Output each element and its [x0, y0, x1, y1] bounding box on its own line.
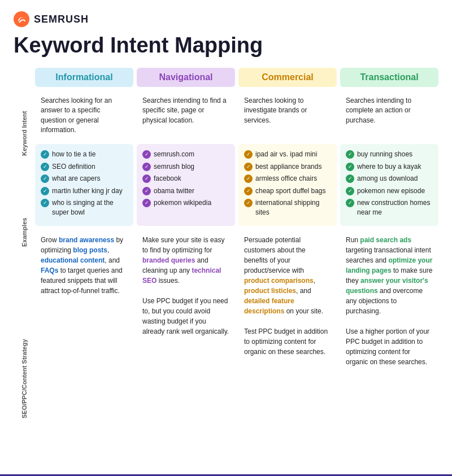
- cell-informational-examples: ✓how to tie a tie ✓SEO definition ✓what …: [35, 144, 133, 225]
- list-item: ✓buy running shoes: [346, 150, 433, 159]
- cell-transactional-strategy: Run paid search ads targeting transactio…: [340, 229, 438, 373]
- cell-informational-desc: Searches looking for an answer to a spec…: [35, 90, 133, 141]
- row-label-keyword-intent: Keyword Intent: [14, 94, 35, 173]
- list-item: ✓cheap sport duffel bags: [244, 186, 331, 196]
- svg-point-0: [14, 11, 29, 27]
- check-icon: ✓: [142, 163, 151, 171]
- check-icon: ✓: [244, 174, 253, 183]
- list-item: ✓where to buy a kayak: [346, 162, 433, 172]
- cell-navigational-desc: Searches intending to find a specific si…: [137, 90, 235, 141]
- examples-row: ✓how to tie a tie ✓SEO definition ✓what …: [35, 144, 438, 225]
- col-header-transactional: Transactional: [340, 68, 438, 87]
- col-header-navigational: Navigational: [137, 68, 235, 87]
- list-item: ✓among us download: [346, 174, 433, 184]
- cell-transactional-desc: Searches intending to complete an action…: [340, 90, 438, 141]
- cell-commercial-desc: Searches looking to investigate brands o…: [238, 90, 337, 141]
- check-icon: ✓: [41, 199, 49, 207]
- semrush-logo-icon: [14, 11, 29, 27]
- list-item: ✓who is singing at the super bowl: [41, 198, 128, 218]
- cell-transactional-examples: ✓buy running shoes ✓where to buy a kayak…: [340, 144, 438, 225]
- list-item: ✓facebook: [142, 174, 229, 184]
- check-icon: ✓: [41, 187, 49, 195]
- list-item: ✓ipad air vs. ipad mini: [244, 150, 331, 159]
- col-header-commercial: Commercial: [238, 68, 337, 87]
- row-label-strategy: SEO/PPC/Content Strategy: [14, 291, 35, 466]
- list-item: ✓what are capers: [41, 174, 128, 184]
- check-icon: ✓: [142, 174, 151, 183]
- check-icon: ✓: [41, 150, 49, 159]
- list-item: ✓pokemon wikipedia: [142, 198, 229, 208]
- list-item: ✓how to tie a tie: [41, 150, 128, 159]
- check-icon: ✓: [244, 150, 253, 159]
- check-icon: ✓: [142, 150, 151, 159]
- list-item: ✓new construction homes near me: [346, 198, 433, 218]
- header: SEMRUSH: [14, 11, 438, 27]
- main-table: Keyword Intent Examples SEO/PPC/Content …: [14, 68, 438, 466]
- col-header-informational: Informational: [35, 68, 133, 87]
- cell-navigational-strategy: Make sure your site is easy to find by o…: [137, 229, 235, 373]
- cell-navigational-examples: ✓semrush.com ✓semrush blog ✓facebook ✓ob…: [137, 144, 235, 225]
- list-item: ✓semrush.com: [142, 150, 229, 159]
- cell-commercial-examples: ✓ipad air vs. ipad mini ✓best appliance …: [238, 144, 337, 225]
- check-icon: ✓: [346, 150, 354, 159]
- data-rows: Searches looking for an answer to a spec…: [35, 90, 438, 373]
- list-item: ✓pokemon new episode: [346, 186, 433, 196]
- check-icon: ✓: [41, 174, 49, 183]
- description-row: Searches looking for an answer to a spec…: [35, 90, 438, 141]
- grid: Informational Navigational Commercial Tr…: [35, 68, 438, 466]
- logo-text: SEMRUSH: [34, 14, 89, 25]
- cell-informational-strategy: Grow brand awareness by optimizing blog …: [35, 229, 133, 373]
- row-labels: Keyword Intent Examples SEO/PPC/Content …: [14, 68, 35, 466]
- check-icon: ✓: [346, 199, 354, 207]
- check-icon: ✓: [346, 187, 354, 195]
- page: SEMRUSH Keyword Intent Mapping Keyword I…: [0, 0, 452, 466]
- list-item: ✓best appliance brands: [244, 162, 331, 172]
- check-icon: ✓: [142, 187, 151, 195]
- page-title: Keyword Intent Mapping: [14, 34, 438, 58]
- cell-commercial-strategy: Persuade potential customers about the b…: [238, 229, 337, 373]
- row-label-examples: Examples: [14, 173, 35, 291]
- check-icon: ✓: [244, 199, 253, 207]
- list-item: ✓martin luther king jr day: [41, 186, 128, 196]
- list-item: ✓obama twitter: [142, 186, 229, 196]
- check-icon: ✓: [346, 163, 354, 171]
- list-item: ✓SEO definition: [41, 162, 128, 172]
- check-icon: ✓: [244, 163, 253, 171]
- check-icon: ✓: [41, 163, 49, 171]
- list-item: ✓semrush blog: [142, 162, 229, 172]
- list-item: ✓armless office chairs: [244, 174, 331, 184]
- check-icon: ✓: [346, 174, 354, 183]
- list-item: ✓international shipping sites: [244, 198, 331, 218]
- col-headers: Informational Navigational Commercial Tr…: [35, 68, 438, 87]
- strategy-row: Grow brand awareness by optimizing blog …: [35, 229, 438, 373]
- check-icon: ✓: [244, 187, 253, 195]
- check-icon: ✓: [142, 199, 151, 207]
